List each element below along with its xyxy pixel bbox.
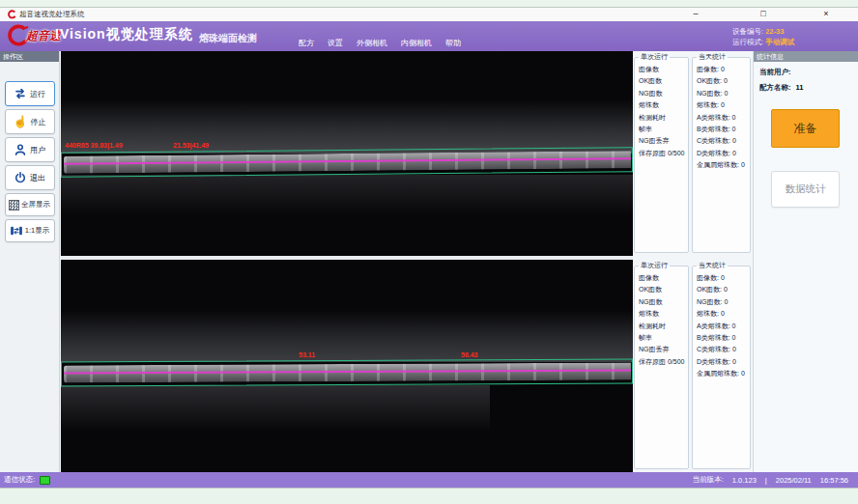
user-button[interactable]: 用户 — [5, 137, 55, 162]
stat-row: D类熔珠数: 0 — [697, 356, 750, 368]
run-mode-label: 运行模式: — [732, 38, 763, 46]
menu-item-settings[interactable]: 设置 — [328, 38, 343, 48]
inner-camera-view[interactable]: 53.11 56.43 — [61, 260, 633, 472]
version-value: 1.0.123 — [732, 476, 757, 485]
app-header: 超音速 IVision视觉处理系统 熔珠端面检测 配方 设置 外侧相机 内侧相机… — [0, 21, 858, 51]
main-menu: 配方 设置 外侧相机 内侧相机 帮助 — [299, 38, 461, 48]
stat-row: A类熔珠数: 0 — [697, 321, 750, 332]
device-number-label: 设备编号: — [732, 27, 763, 36]
stat-row: 保存原图 0/500 — [639, 356, 688, 368]
run-mode-row: 运行模式: 手动调试 — [732, 37, 794, 47]
measurement-annotation: 53.11 — [299, 351, 315, 358]
single-run-groupbox: 单次运行 图像数 OK图数 NG图数 熔珠数 检测耗时 帧率 NG图丢弃 保存原… — [634, 261, 689, 469]
fullscreen-button[interactable]: 全屏显示 — [5, 193, 55, 216]
stat-row: C类熔珠数: 0 — [697, 135, 750, 147]
user-icon — [14, 143, 27, 156]
statistics-columns: 单次运行 图像数 OK图数 NG图数 熔珠数 检测耗时 帧率 NG图丢弃 保存原… — [634, 51, 752, 472]
app-window: 超音速视觉处理系统 – □ × 超音速 IVision视觉处理系统 熔珠端面检测… — [0, 8, 858, 488]
stat-row: B类熔珠数: 0 — [697, 124, 750, 135]
statistics-info-panel: 统计信息 当前用户: 配方名称: 11 准备 数据统计 — [753, 51, 858, 472]
run-icon — [14, 87, 27, 100]
recipe-name-label: 配方名称: — [759, 83, 791, 92]
status-date: 2025/02/11 — [776, 476, 812, 485]
stat-row: 图像数 — [639, 272, 688, 284]
image-noise — [61, 310, 633, 362]
window-title: 超音速视觉处理系统 — [19, 10, 85, 19]
daily-stats-groupbox: 当天统计 图像数: 0 OK图数: 0 NG图数: 0 熔珠数: 0 A类熔珠数… — [692, 52, 751, 253]
status-separator: | — [765, 476, 767, 485]
app-title: IVision视觉处理系统 — [55, 26, 193, 43]
measurement-annotation: 21.53|41.49 — [173, 142, 209, 149]
minimize-button[interactable]: – — [688, 8, 703, 20]
user-button-label: 用户 — [30, 145, 45, 155]
data-statistics-button[interactable]: 数据统计 — [771, 171, 840, 208]
app-logo-icon — [7, 10, 16, 19]
single-run-groupbox: 单次运行 图像数 OK图数 NG图数 熔珠数 检测耗时 帧率 NG图丢弃 保存原… — [634, 52, 689, 253]
status-time: 16:57:56 — [820, 476, 848, 485]
info-panel-header: 统计信息 — [754, 51, 858, 62]
camera-viewport: 440R85 39.83|1.49 21.53|41.49 53.11 56.4… — [61, 51, 633, 472]
device-number-value: 22-33 — [765, 27, 784, 36]
stat-row: C类熔珠数: 0 — [697, 344, 750, 355]
image-noise — [61, 99, 633, 154]
stat-row: 帧率 — [639, 124, 688, 135]
stat-row: A类熔珠数: 0 — [697, 112, 750, 124]
stat-row: D类熔珠数: 0 — [697, 148, 750, 159]
version-label: 当前版本: — [693, 475, 724, 485]
image-noise — [61, 385, 490, 432]
outer-camera-view[interactable]: 440R85 39.83|1.49 21.53|41.49 — [61, 51, 633, 256]
desktop: 超音速视觉处理系统 – □ × 超音速 IVision视觉处理系统 熔珠端面检测… — [0, 0, 858, 504]
run-button[interactable]: 运行 — [5, 81, 55, 106]
current-user-row: 当前用户: — [759, 68, 858, 77]
menu-item-help[interactable]: 帮助 — [445, 38, 461, 48]
close-button[interactable]: × — [818, 8, 834, 20]
single-run-title: 单次运行 — [639, 52, 670, 62]
stat-row: NG图数: 0 — [697, 296, 750, 308]
maximize-button[interactable]: □ — [756, 8, 771, 20]
inner-camera-stats: 单次运行 图像数 OK图数 NG图数 熔珠数 检测耗时 帧率 NG图丢弃 保存原… — [634, 260, 752, 472]
comm-status-label: 通信状态: — [4, 475, 35, 485]
menu-item-outer-camera[interactable]: 外侧相机 — [357, 38, 387, 48]
status-bar: 通信状态: 当前版本: 1.0.123 | 2025/02/11 16:57:5… — [0, 472, 858, 488]
run-button-label: 运行 — [30, 89, 45, 99]
status-bar-right: 当前版本: 1.0.123 | 2025/02/11 16:57:56 — [693, 475, 848, 485]
stat-row: NG图丢弃 — [639, 344, 688, 355]
brand-logo: 超音速 — [4, 23, 61, 48]
stat-row: OK图数 — [639, 284, 688, 295]
stat-row: 熔珠数 — [639, 308, 688, 320]
recipe-name-value: 11 — [796, 83, 804, 92]
stop-button[interactable]: ☝ 停止 — [5, 109, 55, 134]
outer-camera-stats: 单次运行 图像数 OK图数 NG图数 熔珠数 检测耗时 帧率 NG图丢弃 保存原… — [634, 51, 752, 256]
stat-row: B类熔珠数: 0 — [697, 332, 750, 344]
stat-row: 图像数: 0 — [697, 272, 750, 284]
prepare-button[interactable]: 准备 — [771, 109, 840, 148]
one-to-one-button[interactable]: 1:1显示 — [5, 219, 55, 242]
stat-row: 保存原图 0/500 — [639, 148, 688, 159]
fullscreen-dither-icon — [9, 200, 19, 210]
measurement-annotation: 56.43 — [461, 351, 478, 358]
single-run-title: 单次运行 — [639, 261, 670, 270]
daily-stats-title: 当天统计 — [697, 52, 728, 62]
one-to-one-icon — [10, 224, 23, 238]
menu-item-inner-camera[interactable]: 内侧相机 — [401, 38, 432, 48]
menu-item-recipe[interactable]: 配方 — [299, 38, 314, 48]
stat-row: NG图数 — [639, 88, 688, 99]
stat-row: OK图数: 0 — [697, 284, 750, 295]
detected-strip — [61, 358, 633, 386]
stat-row: NG图数 — [639, 296, 688, 308]
stat-row: 帧率 — [639, 332, 688, 344]
sidebar-buttons: 运行 ☝ 停止 用户 — [0, 62, 59, 242]
app-subtitle: 熔珠端面检测 — [199, 32, 257, 45]
exit-button[interactable]: 退出 — [5, 165, 55, 190]
stat-row: 检测耗时 — [639, 321, 688, 332]
window-titlebar: 超音速视觉处理系统 – □ × — [0, 8, 858, 21]
comm-status-led — [40, 476, 50, 485]
current-user-label: 当前用户: — [759, 68, 791, 76]
fullscreen-button-label: 全屏显示 — [21, 200, 50, 210]
daily-stats-groupbox: 当天统计 图像数: 0 OK图数: 0 NG图数: 0 熔珠数: 0 A类熔珠数… — [692, 261, 751, 469]
stat-row: 金属屑熔珠数: 0 — [697, 159, 750, 171]
one-to-one-button-label: 1:1显示 — [25, 226, 49, 236]
stat-row: OK图数: 0 — [697, 75, 750, 87]
stat-row: 熔珠数: 0 — [697, 308, 750, 320]
stat-row: 检测耗时 — [639, 112, 688, 124]
